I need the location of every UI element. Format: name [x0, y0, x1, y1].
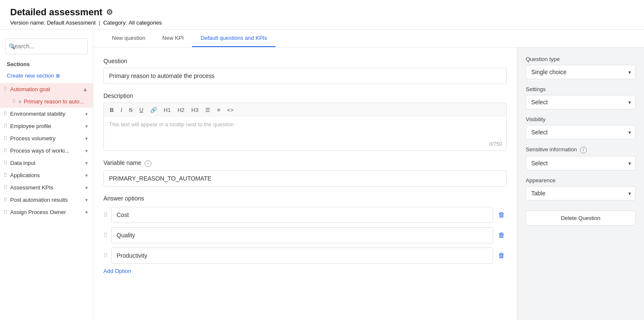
chevron-down-icon: ▾ — [85, 173, 88, 178]
tab-new-question[interactable]: New question — [103, 30, 154, 47]
settings-label: Settings — [526, 86, 636, 92]
form-area: Question Description B I S U 🔗 H1 H2 H3 — [93, 47, 517, 320]
sensitive-info-label: Sensitive information i — [526, 146, 636, 153]
add-option-button[interactable]: Add Option — [103, 268, 507, 274]
description-input[interactable]: This text will appear in a tooltip next … — [103, 117, 507, 151]
sections-label: Sections — [0, 59, 93, 71]
sidebar-item-automation-goal[interactable]: ⠿ Automation goal ▲ — [0, 83, 93, 95]
delete-answer-button[interactable]: 🗑 — [496, 230, 507, 241]
answer-options-section: Answer options ⠿ 🗑 ⠿ 🗑 ⠿ 🗑 — [103, 195, 507, 274]
sidebar-item-applications[interactable]: ⠿ Applications ▾ — [0, 169, 93, 181]
delete-answer-button[interactable]: 🗑 — [496, 209, 507, 220]
h1-button[interactable]: H1 — [161, 106, 173, 114]
sidebar-item-process-ways[interactable]: ⠿ Process ways of worki... ▾ — [0, 145, 93, 157]
drag-handle-icon: ⠿ — [3, 160, 8, 166]
appearance-select[interactable]: Table List Dropdown — [526, 186, 636, 200]
form-and-panel: Question Description B I S U 🔗 H1 H2 H3 — [93, 47, 644, 320]
chevron-down-icon: ▾ — [85, 111, 88, 117]
rte-toolbar: B I S U 🔗 H1 H2 H3 ☰ ≡ <> — [103, 103, 507, 117]
h2-button[interactable]: H2 — [175, 106, 187, 114]
chevron-down-icon: ▾ — [85, 197, 88, 203]
chevron-down-icon: ▾ — [85, 123, 88, 129]
sidebar-item-environmental-stability[interactable]: ⠿ Environmental stability ▾ — [0, 108, 93, 120]
header: Detailed assessment ⚙ Version name: Defa… — [0, 0, 644, 30]
gear-icon[interactable]: ⚙ — [106, 8, 113, 17]
drag-handle-icon: ⠿ — [3, 123, 8, 129]
underline-button[interactable]: U — [137, 106, 146, 114]
drag-handle-icon: ⠿ — [12, 98, 16, 105]
sidebar-item-post-automation[interactable]: ⠿ Post automation results ▾ — [0, 194, 93, 206]
drag-handle-icon: ⠿ — [103, 232, 108, 239]
sidebar-item-process-volumetry[interactable]: ⠿ Process volumetry ▾ — [0, 132, 93, 145]
italic-button[interactable]: I — [118, 106, 125, 114]
drag-handle-icon: ⠿ — [3, 111, 8, 117]
drag-handle-icon: ⠿ — [3, 197, 8, 203]
right-panel: Question type Single choice Multiple cho… — [517, 47, 644, 320]
sensitive-info-group: Sensitive information i Select ▾ — [526, 146, 636, 170]
main-layout: 🔍 Sections Create new section ⊕ ⠿ Automa… — [0, 30, 644, 320]
info-icon: i — [145, 160, 151, 167]
chevron-down-icon: ▾ — [85, 160, 88, 166]
sidebar-item-assessment-kpis[interactable]: ⠿ Assessment KPIs ▾ — [0, 181, 93, 194]
settings-select-wrapper: Select ▾ — [526, 95, 636, 109]
h3-button[interactable]: H3 — [189, 106, 201, 114]
question-type-label: Question type — [526, 56, 636, 62]
tab-default-questions[interactable]: Default questions and KPIs — [192, 30, 276, 47]
sidebar: 🔍 Sections Create new section ⊕ ⠿ Automa… — [0, 30, 93, 320]
visibility-select[interactable]: Select — [526, 125, 636, 139]
question-group: Question — [103, 58, 507, 84]
strikethrough-button[interactable]: S — [126, 106, 135, 114]
answer-input-cost[interactable] — [111, 207, 493, 223]
info-icon: i — [580, 147, 587, 153]
link-button[interactable]: 🔗 — [148, 106, 159, 114]
delete-answer-button[interactable]: 🗑 — [496, 250, 507, 261]
sidebar-item-employee-profile[interactable]: ⠿ Employee profile ▾ — [0, 120, 93, 132]
chevron-down-icon: ▾ — [85, 136, 88, 142]
numbered-list-button[interactable]: ≡ — [215, 106, 223, 114]
description-group: Description B I S U 🔗 H1 H2 H3 ☰ ≡ <> — [103, 92, 507, 151]
visibility-label: Visibility — [526, 116, 636, 122]
code-button[interactable]: <> — [225, 106, 236, 114]
chevron-down-icon: ▾ — [85, 209, 88, 215]
visibility-select-wrapper: Select ▾ — [526, 125, 636, 139]
visibility-group: Visibility Select ▾ — [526, 116, 636, 139]
drag-handle-icon: ⠿ — [3, 135, 8, 142]
search-icon: 🔍 — [8, 43, 15, 50]
drag-handle-icon: ⠿ — [3, 172, 8, 178]
variable-name-input[interactable] — [103, 170, 507, 186]
drag-handle-icon: ⠿ — [103, 211, 108, 218]
bold-button[interactable]: B — [107, 106, 116, 114]
chevron-down-icon: ▾ — [85, 185, 88, 191]
sensitive-info-select[interactable]: Select — [526, 156, 636, 170]
sidebar-item-data-input[interactable]: ⠿ Data input ▾ — [0, 157, 93, 169]
drag-handle-icon: ⠿ — [3, 184, 8, 191]
sidebar-item-assign-process-owner[interactable]: ⠿ Assign Process Owner ▾ — [0, 206, 93, 218]
drag-handle-icon: ⠿ — [103, 252, 108, 259]
answer-option-row: ⠿ 🗑 — [103, 227, 507, 243]
settings-select[interactable]: Select — [526, 95, 636, 109]
drag-handle-icon: ⠿ — [3, 86, 8, 92]
search-input[interactable] — [5, 38, 88, 54]
sidebar-item-primary-reason[interactable]: ⠿ Primary reason to auto... — [0, 95, 93, 108]
sensitive-info-select-wrapper: Select ▾ — [526, 156, 636, 170]
question-type-select[interactable]: Single choice Multiple choice Text Numbe… — [526, 65, 636, 79]
bullet-list-button[interactable]: ☰ — [203, 106, 213, 114]
delete-question-button[interactable]: Delete Question — [526, 211, 636, 225]
header-meta: Version name: Default Assessment | Categ… — [10, 19, 634, 26]
appearance-select-wrapper: Table List Dropdown ▾ — [526, 186, 636, 200]
chevron-up-icon: ▲ — [83, 86, 88, 92]
appearance-label: Appearence — [526, 177, 636, 184]
dot-icon — [19, 100, 21, 103]
question-type-group: Question type Single choice Multiple cho… — [526, 56, 636, 79]
variable-name-group: Variable name i — [103, 159, 507, 186]
answer-option-row: ⠿ 🗑 — [103, 248, 507, 264]
description-label: Description — [103, 92, 507, 99]
description-placeholder: This text will appear in a tooltip next … — [109, 121, 234, 128]
answer-input-quality[interactable] — [111, 227, 493, 243]
tab-new-kpi[interactable]: New KPI — [154, 30, 192, 47]
question-input[interactable] — [103, 68, 507, 84]
create-new-section-button[interactable]: Create new section ⊕ — [0, 71, 93, 83]
answer-input-productivity[interactable] — [111, 248, 493, 264]
question-label: Question — [103, 58, 507, 64]
sidebar-search-wrapper: 🔍 — [0, 35, 93, 59]
